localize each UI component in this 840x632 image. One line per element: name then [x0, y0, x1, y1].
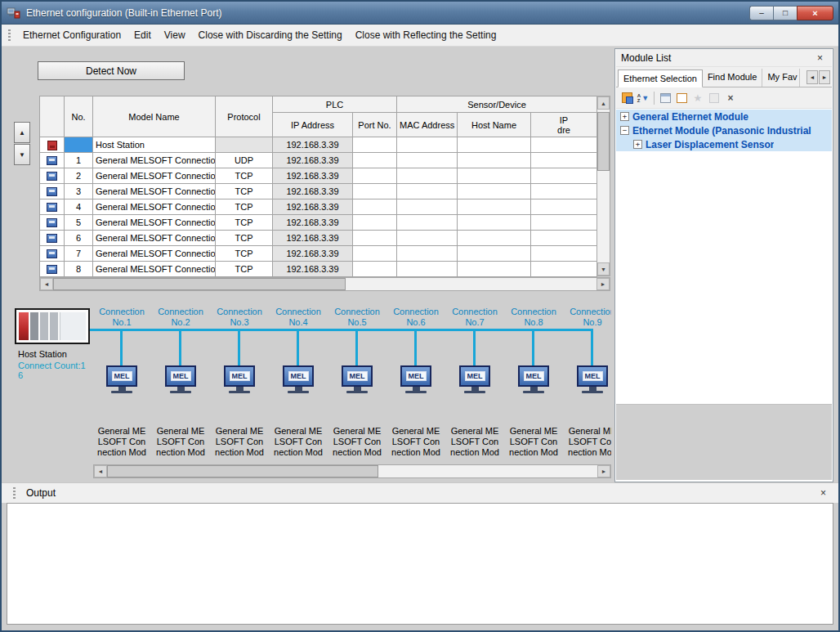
maximize-button[interactable]: □	[773, 6, 797, 20]
host-name-cell[interactable]	[458, 184, 531, 199]
model-name-cell[interactable]: Host Station	[93, 137, 216, 153]
move-row-up-button[interactable]: ▲	[14, 122, 30, 143]
ip-address-cell[interactable]: 192.168.3.39	[273, 168, 353, 184]
protocol-cell[interactable]: TCP	[216, 184, 273, 199]
mac-address-cell[interactable]	[397, 168, 458, 184]
port-no-cell[interactable]	[353, 184, 397, 199]
host-name-cell[interactable]	[458, 215, 531, 231]
protocol-cell[interactable]: TCP	[216, 262, 273, 277]
expand-plus-icon[interactable]: +	[620, 112, 629, 121]
protocol-cell[interactable]: TCP	[216, 168, 273, 184]
model-name-cell[interactable]: General MELSOFT Connection	[93, 262, 216, 277]
toolbar-grip[interactable]	[8, 29, 11, 42]
ip-address2-cell[interactable]	[531, 199, 597, 215]
melsoft-monitor-icon[interactable]: MEL	[458, 365, 491, 393]
tree-item-general-ethernet-module[interactable]: + General Ethernet Module	[616, 110, 832, 123]
ip-address-cell[interactable]: 192.168.3.39	[273, 137, 353, 153]
tab-find-module[interactable]: Find Module	[703, 69, 763, 87]
scroll-track[interactable]	[597, 110, 610, 262]
mac-address-cell[interactable]	[397, 199, 458, 215]
port-no-cell[interactable]	[353, 199, 397, 215]
ip-address-cell[interactable]: 192.168.3.39	[273, 153, 353, 168]
mac-address-cell[interactable]	[397, 153, 458, 168]
sort-icon[interactable]: AZ▼	[635, 90, 651, 106]
port-no-cell[interactable]	[353, 231, 397, 246]
host-name-cell[interactable]	[458, 168, 531, 184]
protocol-cell[interactable]	[216, 137, 273, 153]
model-name-cell[interactable]: General MELSOFT Connection	[93, 153, 216, 168]
close-button[interactable]: ×	[797, 6, 833, 20]
port-no-cell[interactable]	[353, 153, 397, 168]
host-name-cell[interactable]	[458, 231, 531, 246]
ip-address2-cell[interactable]	[531, 168, 597, 184]
melsoft-monitor-icon[interactable]: MEL	[576, 365, 609, 393]
model-name-cell[interactable]: General MELSOFT Connection	[93, 199, 216, 215]
frame-view-icon[interactable]	[673, 90, 690, 106]
diagram-horizontal-scrollbar[interactable]: ◄ ►	[93, 464, 611, 478]
host-station-icon[interactable]	[15, 308, 90, 344]
melsoft-monitor-icon[interactable]: MEL	[223, 365, 256, 393]
model-name-cell[interactable]: General MELSOFT Connection	[93, 215, 216, 231]
host-name-cell[interactable]	[458, 137, 531, 153]
add-favorites-icon[interactable]: ★	[690, 90, 706, 106]
minimize-button[interactable]: –	[749, 6, 773, 20]
scroll-thumb[interactable]	[597, 112, 610, 171]
output-content[interactable]	[7, 503, 833, 625]
module-image-view-icon[interactable]	[619, 90, 635, 106]
menu-edit[interactable]: Edit	[127, 26, 158, 44]
scroll-right-button[interactable]: ►	[597, 465, 610, 477]
tree-item-laser-displacement-sensor[interactable]: + Laser Displacement Sensor	[616, 137, 832, 151]
port-no-cell[interactable]	[353, 262, 397, 277]
melsoft-monitor-icon[interactable]: MEL	[282, 365, 315, 393]
host-name-cell[interactable]	[458, 246, 531, 262]
melsoft-monitor-icon[interactable]: MEL	[164, 365, 197, 393]
menu-close-reflecting[interactable]: Close with Reflecting the Setting	[349, 26, 503, 44]
port-no-cell[interactable]	[353, 246, 397, 262]
scroll-up-button[interactable]: ▲	[597, 96, 610, 110]
host-name-cell[interactable]	[458, 262, 531, 277]
melsoft-monitor-icon[interactable]: MEL	[105, 365, 138, 393]
mac-address-cell[interactable]	[397, 262, 458, 277]
melsoft-monitor-icon[interactable]: MEL	[400, 365, 432, 393]
protocol-cell[interactable]: TCP	[216, 199, 273, 215]
ip-address2-cell[interactable]	[531, 215, 597, 231]
mac-address-cell[interactable]	[397, 215, 458, 231]
scroll-track[interactable]	[53, 278, 596, 290]
expand-plus-icon[interactable]: +	[633, 140, 642, 149]
table-horizontal-scrollbar[interactable]: ◄ ►	[39, 277, 610, 291]
detect-now-button[interactable]: Detect Now	[38, 61, 185, 80]
port-no-cell[interactable]	[353, 137, 397, 153]
menu-view[interactable]: View	[158, 26, 192, 44]
ip-address2-cell[interactable]	[531, 184, 597, 199]
scroll-right-button[interactable]: ►	[596, 278, 610, 290]
model-name-cell[interactable]: General MELSOFT Connection	[93, 231, 216, 246]
table-vertical-scrollbar[interactable]: ▲ ▼	[596, 96, 610, 276]
tab-scroll-left-button[interactable]: ◄	[806, 70, 818, 84]
protocol-cell[interactable]: TCP	[216, 215, 273, 231]
output-grip[interactable]	[13, 487, 16, 500]
ip-address2-cell[interactable]	[531, 262, 597, 277]
model-name-cell[interactable]: General MELSOFT Connection	[93, 184, 216, 199]
module-list-close-button[interactable]: ×	[813, 52, 827, 65]
move-row-down-button[interactable]: ▼	[14, 144, 30, 165]
protocol-cell[interactable]: TCP	[216, 231, 273, 246]
mac-address-cell[interactable]	[397, 246, 458, 262]
protocol-cell[interactable]: TCP	[216, 246, 273, 262]
ip-address-cell[interactable]: 192.168.3.39	[273, 246, 353, 262]
ip-address-cell[interactable]: 192.168.3.39	[273, 215, 353, 231]
mac-address-cell[interactable]	[397, 137, 458, 153]
menu-ethernet-configuration[interactable]: Ethernet Configuration	[16, 26, 127, 44]
model-name-cell[interactable]: General MELSOFT Connection	[93, 168, 216, 184]
host-name-cell[interactable]	[458, 199, 531, 215]
ip-address-cell[interactable]: 192.168.3.39	[273, 262, 353, 277]
protocol-cell[interactable]: UDP	[216, 153, 273, 168]
tab-my-favorites[interactable]: My Fav	[762, 69, 800, 87]
mac-address-cell[interactable]	[397, 184, 458, 199]
mac-address-cell[interactable]	[397, 231, 458, 246]
scroll-left-button[interactable]: ◄	[40, 278, 53, 290]
tree-item-ethernet-module-panasonic[interactable]: − Ethernet Module (Panasonic Industrial	[616, 123, 832, 137]
ip-address-cell[interactable]: 192.168.3.39	[273, 199, 353, 215]
menu-close-discarding[interactable]: Close with Discarding the Setting	[192, 26, 349, 44]
scroll-thumb[interactable]	[107, 465, 378, 477]
titlebar[interactable]: Ethernet configuration (Built-in Etherne…	[2, 2, 838, 25]
